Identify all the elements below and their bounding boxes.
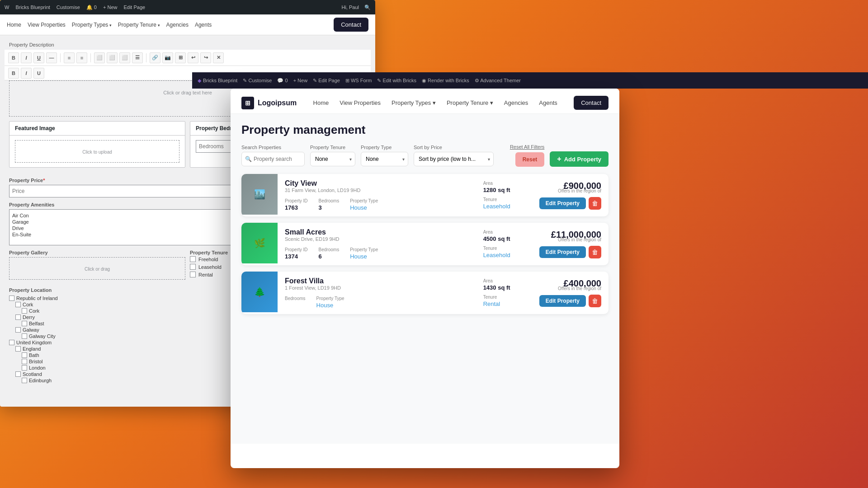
card-title-row-2: Small Acres Scenic Drive, ED19 9HD	[285, 228, 471, 245]
wp-bar-comments[interactable]: 🔔 0	[86, 5, 97, 10]
bricks-customise-item[interactable]: ✎ Customise	[243, 78, 272, 84]
gallery-upload[interactable]: Click or drag	[9, 257, 185, 280]
wp-nav-view-properties[interactable]: View Properties	[28, 22, 66, 28]
media-btn[interactable]: 📷	[162, 52, 173, 63]
tenure-filter-select[interactable]: None Freehold Leasehold Rental	[310, 152, 355, 166]
card-btns-2: Edit Property 🗑	[539, 246, 601, 258]
logo-text: Logoipsum	[258, 99, 297, 107]
edit-property-btn-2[interactable]: Edit Property	[539, 246, 586, 258]
ol-btn[interactable]: ≡	[64, 52, 75, 63]
add-property-btn[interactable]: Add Property	[550, 151, 609, 167]
search-filter-group: Search Properties 🔍	[241, 145, 305, 166]
wp-contact-btn[interactable]: Contact	[334, 18, 368, 32]
type-filter-select[interactable]: None House Apartment Commercial	[361, 152, 408, 166]
sort-select[interactable]: Sort by price (low to h... Sort by price…	[414, 152, 494, 166]
property-card-2: 🌿 Small Acres Scenic Drive, ED19 9HD Pro…	[241, 223, 609, 265]
undo-btn[interactable]: ↩	[188, 52, 198, 63]
card-title-row-3: Forest Villa 1 Forest View, LD19 9HD	[285, 277, 471, 294]
pm-header: Logoipsum Home View Properties Property …	[231, 89, 619, 114]
edit-property-btn-1[interactable]: Edit Property	[539, 197, 586, 209]
expand-btn[interactable]: ⊞	[175, 52, 186, 63]
search-label: Search Properties	[241, 145, 305, 150]
wp-bar-new[interactable]: + New	[103, 5, 118, 10]
property-image-3: 🌲	[241, 272, 278, 312]
pm-nav: Home View Properties Property Types ▾ Pr…	[313, 99, 557, 106]
pm-nav-property-types[interactable]: Property Types ▾	[392, 99, 436, 106]
pm-main: Property management Search Properties 🔍 …	[231, 114, 619, 444]
style2-btn[interactable]: I	[21, 68, 32, 79]
pm-nav-view-properties[interactable]: View Properties	[340, 99, 381, 106]
featured-image-box: Featured Image Click to upload	[9, 121, 185, 168]
meta-tenure-3: Tenure Rental	[483, 295, 527, 307]
editor-toolbar: B I U — ≡ ≡ ⬜ ⬜ ⬜ ☰ 🔗 📷 ⊞ ↩ ↪ ✕	[5, 50, 371, 66]
wp-second-nav: Home View Properties Property Types Prop…	[0, 14, 375, 35]
strikethrough-btn[interactable]: —	[46, 52, 57, 63]
pm-nav-home[interactable]: Home	[313, 99, 329, 106]
align-left-btn[interactable]: ⬜	[94, 52, 105, 63]
bricks-renderwith-item[interactable]: ◉ Render with Bricks	[422, 78, 469, 84]
wp-nav-home[interactable]: Home	[7, 22, 21, 28]
pm-filters: Search Properties 🔍 Property Tenure None…	[241, 144, 609, 167]
delete-btn-1[interactable]: 🗑	[589, 197, 601, 210]
wp-nav-property-tenure[interactable]: Property Tenure	[118, 22, 160, 28]
ul-btn[interactable]: ≡	[76, 52, 87, 63]
align-right-btn[interactable]: ⬜	[119, 52, 130, 63]
advanced-themer-item[interactable]: ⚙ Advanced Themer	[475, 78, 521, 84]
style-btn[interactable]: B	[8, 68, 19, 79]
card-body-1: City View 31 Farm View, London, LD19 9HD…	[278, 174, 478, 216]
wp-search-icon[interactable]: 🔍	[364, 5, 371, 10]
link-btn[interactable]: 🔗	[150, 52, 160, 63]
wp-bar-edit-page[interactable]: Edit Page	[123, 5, 145, 10]
edit-property-btn-3[interactable]: Edit Property	[539, 295, 586, 307]
bricks-wsform-item[interactable]: ⊞ WS Form	[345, 78, 372, 84]
delete-btn-2[interactable]: 🗑	[589, 246, 601, 258]
featured-image-upload[interactable]: Click to upload	[15, 140, 179, 163]
bricks-editor-bar: ◆ Bricks Blueprint ✎ Customise 💬 0 + New…	[192, 72, 868, 89]
pm-nav-agents[interactable]: Agents	[539, 99, 557, 106]
wp-logo-icon[interactable]: W	[5, 5, 9, 10]
tenure-filter-group: Property Tenure None Freehold Leasehold …	[310, 145, 355, 166]
wp-bar-customise[interactable]: Customise	[57, 5, 80, 10]
redo-btn[interactable]: ↪	[200, 52, 211, 63]
align-justify-btn[interactable]: ☰	[132, 52, 143, 63]
reset-all-btn[interactable]: Reset All Filters	[510, 144, 544, 150]
bold-btn[interactable]: B	[8, 52, 19, 63]
wp-user-label: Hi, Paul	[341, 5, 359, 10]
bricks-new-item[interactable]: + New	[293, 78, 308, 83]
type-select-wrapper: None House Apartment Commercial	[361, 152, 408, 166]
pm-nav-agencies[interactable]: Agencies	[504, 99, 528, 106]
meta-type-3: Property Type House	[316, 296, 344, 309]
property-image-1: 🏙️	[241, 174, 278, 215]
wp-nav-property-types[interactable]: Property Types	[72, 22, 112, 28]
wp-nav-agencies[interactable]: Agencies	[166, 22, 189, 28]
pm-contact-btn[interactable]: Contact	[574, 96, 609, 110]
card-body-3: Forest Villa 1 Forest View, LD19 9HD Bed…	[278, 272, 478, 314]
sort-label: Sort by Price	[414, 145, 494, 150]
card-body-2: Small Acres Scenic Drive, ED19 9HD Prope…	[278, 223, 478, 265]
page-title: Property management	[241, 123, 609, 137]
reset-btn[interactable]: Reset	[515, 152, 545, 167]
featured-image-header[interactable]: Featured Image	[9, 122, 185, 136]
bricks-logo-item[interactable]: ◆ Bricks Blueprint	[198, 78, 237, 84]
close-editor-btn[interactable]: ✕	[213, 52, 224, 63]
bricks-editwithbricks-item[interactable]: ✎ Edit with Bricks	[377, 78, 416, 84]
property-description-label: Property Description	[5, 40, 371, 50]
sort-select-wrapper: Sort by price (low to h... Sort by price…	[414, 152, 494, 166]
style3-btn[interactable]: U	[33, 68, 44, 79]
align-center-btn[interactable]: ⬜	[107, 52, 118, 63]
meta-bedrooms-3: Bedrooms	[285, 296, 306, 309]
tenure-select-wrapper: None Freehold Leasehold Rental	[310, 152, 355, 166]
card-right-3: £400,000 Offers in the region of Edit Pr…	[532, 272, 609, 314]
wp-bar-bricks[interactable]: Bricks Blueprint	[15, 5, 50, 10]
pm-nav-property-tenure[interactable]: Property Tenure ▾	[447, 99, 493, 106]
wp-nav-agents[interactable]: Agents	[195, 22, 212, 28]
delete-btn-3[interactable]: 🗑	[589, 295, 601, 307]
tenure-filter-label: Property Tenure	[310, 145, 355, 150]
italic-btn[interactable]: I	[21, 52, 32, 63]
bricks-comments-item[interactable]: 💬 0	[277, 78, 288, 84]
card-price-note-2: Offers in the region of	[551, 237, 601, 242]
underline-btn[interactable]: U	[33, 52, 44, 63]
card-right-1: £900,000 Offers in the region of Edit Pr…	[532, 174, 609, 216]
bricks-edit-page-item[interactable]: ✎ Edit Page	[313, 78, 340, 84]
property-card-3: 🌲 Forest Villa 1 Forest View, LD19 9HD B…	[241, 272, 609, 314]
